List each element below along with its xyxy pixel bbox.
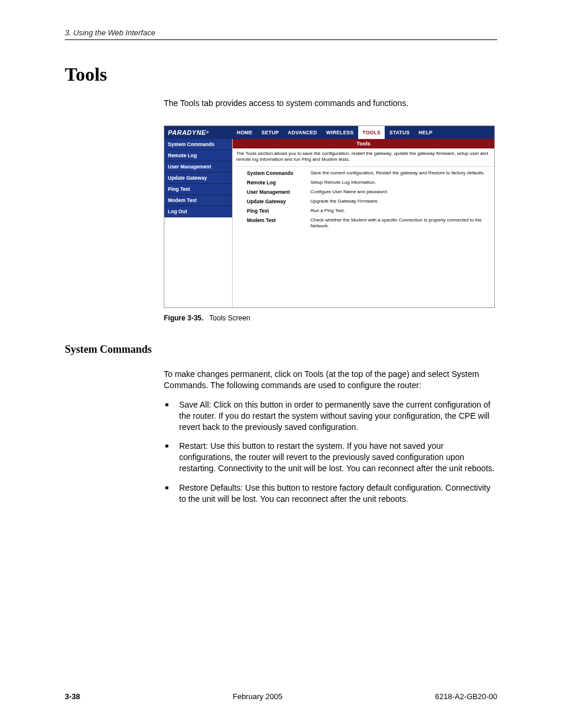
screenshot-content: Tools The Tools section allows you to sa… [233, 139, 494, 307]
panel-intro: The Tools section allows you to save the… [233, 148, 494, 167]
row-desc-system-commands: Save the current configuration, Restart … [310, 170, 488, 176]
row-desc-update-gateway: Upgrade the Gateway Firmware. [310, 198, 488, 204]
screenshot-body: System Commands Remote Log User Manageme… [164, 139, 494, 307]
row-label-update-gateway[interactable]: Update Gateway [247, 198, 306, 204]
top-tabs: HOME SETUP ADVANCED WIRELESS TOOLS STATU… [233, 126, 494, 139]
tab-advanced[interactable]: ADVANCED [284, 126, 322, 139]
brand-reg: ® [206, 131, 209, 134]
sidebar-item-modem-test[interactable]: Modem Test [164, 195, 232, 206]
row-desc-modem-test: Check whether the Modem with a specific … [310, 217, 488, 229]
figure-number: Figure 3-35. [164, 314, 203, 322]
page-footer: 3-38 February 2005 6218-A2-GB20-00 [65, 692, 497, 701]
row-label-user-management[interactable]: User Management [247, 189, 306, 195]
brand-text: PARADYNE [168, 129, 206, 136]
screenshot-topbar: PARADYNE® HOME SETUP ADVANCED WIRELESS T… [164, 126, 494, 139]
row-desc-remote-log: Setup Remote Log Information. [310, 180, 488, 186]
tab-help[interactable]: HELP [414, 126, 437, 139]
row-label-modem-test[interactable]: Modem Test [247, 217, 306, 223]
sidebar-item-ping-test[interactable]: Ping Test [164, 184, 232, 195]
row-desc-ping-test: Run a Ping Test. [310, 208, 488, 214]
subsection-title: System Commands [65, 343, 497, 356]
list-item: Restart: Use this button to restart the … [164, 441, 497, 474]
figure-title: Tools Screen [209, 314, 250, 322]
section-title: Tools [65, 64, 497, 85]
tools-screenshot: PARADYNE® HOME SETUP ADVANCED WIRELESS T… [164, 125, 495, 308]
header-rule [65, 39, 497, 40]
running-head: 3. Using the Web Interface [65, 28, 497, 37]
sidebar-item-log-out[interactable]: Log Out [164, 206, 232, 217]
row-label-ping-test[interactable]: Ping Test [247, 208, 306, 214]
tab-home[interactable]: HOME [233, 126, 257, 139]
row-desc-user-management: Configure User Name and password. [310, 189, 488, 195]
brand-logo: PARADYNE® [164, 126, 233, 139]
footer-doc-id: 6218-A2-GB20-00 [435, 692, 497, 701]
row-label-system-commands[interactable]: System Commands [247, 170, 306, 176]
tab-tools[interactable]: TOOLS [358, 126, 385, 139]
footer-date: February 2005 [233, 692, 283, 701]
tab-wireless[interactable]: WIRELESS [322, 126, 358, 139]
row-label-remote-log[interactable]: Remote Log [247, 180, 306, 186]
list-item: Restore Defaults: Use this button to res… [164, 482, 497, 505]
sidebar-item-update-gateway[interactable]: Update Gateway [164, 173, 232, 184]
list-item: Save All: Click on this button in order … [164, 399, 497, 433]
tools-table: System Commands Save the current configu… [233, 167, 494, 235]
sidebar-item-system-commands[interactable]: System Commands [164, 139, 232, 150]
panel-title: Tools [233, 139, 494, 148]
page-number: 3-38 [65, 692, 80, 701]
sidebar-item-remote-log[interactable]: Remote Log [164, 150, 232, 161]
sidebar-item-user-management[interactable]: User Management [164, 161, 232, 173]
bullet-list: Save All: Click on this button in order … [164, 399, 497, 505]
section-intro: The Tools tab provides access to system … [164, 98, 497, 108]
screenshot-sidebar: System Commands Remote Log User Manageme… [164, 139, 233, 307]
subsection-para: To make changes permanent, click on Tool… [164, 369, 497, 391]
figure-caption: Figure 3-35.Tools Screen [164, 314, 497, 322]
tab-setup[interactable]: SETUP [257, 126, 283, 139]
tab-status[interactable]: STATUS [385, 126, 414, 139]
